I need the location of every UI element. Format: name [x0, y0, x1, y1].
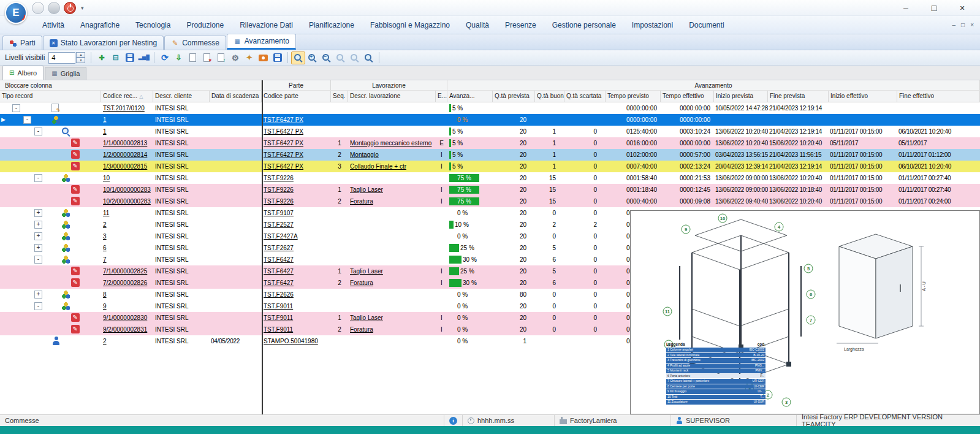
descr-lavorazione-link[interactable]	[348, 207, 436, 219]
codice-record-link[interactable]: 1	[101, 114, 153, 126]
codice-parte-link[interactable]: STAMPO.50041980	[262, 335, 331, 347]
descr-lavorazione-link[interactable]: Taglio Laser	[348, 312, 436, 324]
column-header-descr-lavorazione[interactable]: Descr. lavorazione	[348, 91, 436, 102]
codice-record-link[interactable]: 10/2/0000000283	[101, 196, 153, 207]
table-row[interactable]: 10/1/0000000283INTESI SRLTST.F92261Tagli…	[0, 184, 980, 196]
tree-expander[interactable]: +	[34, 244, 42, 252]
menu-item-anagrafiche[interactable]: Anagrafiche	[72, 21, 127, 29]
export-icon[interactable]: ⇩	[172, 51, 186, 64]
column-header-fine-effettivo[interactable]: Fine effettivo	[897, 91, 980, 102]
tree-expander[interactable]: -	[12, 104, 20, 112]
tree-expander[interactable]: +	[34, 209, 42, 217]
descr-lavorazione-link[interactable]: Taglio Laser	[348, 265, 436, 277]
info-icon[interactable]: i	[449, 417, 457, 425]
codice-parte-link[interactable]: TST.F9226	[262, 172, 331, 184]
descr-lavorazione-link[interactable]	[348, 289, 436, 300]
tree-expander[interactable]: +	[34, 221, 42, 229]
codice-parte-link[interactable]: TST.F2527	[262, 219, 331, 230]
codice-record-link[interactable]: 6	[101, 242, 153, 254]
tools-icon[interactable]: ✦	[242, 51, 256, 64]
menu-item-attivit[interactable]: Attività	[34, 21, 72, 29]
table-row[interactable]: 1/1/0000002813INTESI SRLTST.F6427 PX1Mon…	[0, 137, 980, 149]
codice-record-link[interactable]: 7	[101, 254, 153, 265]
column-header-q-t-scartata[interactable]: Q.tà scartata	[564, 91, 606, 102]
menu-item-gestione-personale[interactable]: Gestione personale	[544, 21, 624, 29]
view-tab-albero[interactable]: ⊞Albero	[2, 66, 44, 80]
descr-lavorazione-link[interactable]: Foratura	[348, 196, 436, 207]
collapse-levels-icon[interactable]: ⊟	[108, 51, 123, 64]
column-header-q-t-prevista[interactable]: Q.tà prevista	[493, 91, 535, 102]
codice-parte-link[interactable]: TST.F9011	[262, 300, 331, 312]
descr-lavorazione-link[interactable]	[348, 300, 436, 312]
tree-expander[interactable]: -	[23, 116, 31, 124]
tree-expander[interactable]: -	[34, 256, 42, 264]
menu-item-impostazioni[interactable]: Impostazioni	[624, 21, 681, 29]
codice-record-link[interactable]: 2	[101, 335, 153, 347]
tab-stato-lavorazioni-per-nesting[interactable]: ✕Stato Lavorazioni per Nesting	[43, 36, 164, 50]
table-row[interactable]: 1/3/0000002815INTESI SRLTST.F6427 PX3Col…	[0, 161, 980, 172]
column-header-fine-prevista[interactable]: Fine prevista	[768, 91, 829, 102]
send-document-icon[interactable]	[214, 51, 228, 64]
descr-lavorazione-link[interactable]	[348, 242, 436, 254]
zoom-previous-icon[interactable]	[333, 51, 348, 64]
tree-expander[interactable]: +	[34, 232, 42, 240]
mdi-close-button[interactable]: ×	[970, 21, 974, 28]
menu-item-presenze[interactable]: Presenze	[497, 21, 544, 29]
column-header-e[interactable]: E...	[436, 91, 447, 102]
mdi-restore-button[interactable]: □	[961, 21, 965, 28]
menu-item-qualit[interactable]: Qualità	[458, 21, 497, 29]
column-header-q-t-buona[interactable]: Q.tà buona	[535, 91, 564, 102]
codice-record-link[interactable]: 10/1/0000000283	[101, 184, 153, 196]
codice-record-link[interactable]: 9/1/0000002830	[101, 312, 153, 324]
tree-expander[interactable]: +	[34, 291, 42, 299]
settings-gear-icon[interactable]: ⚙	[228, 51, 242, 64]
group-header-lavorazione[interactable]: Lavorazione	[331, 80, 447, 90]
zoom-out-icon[interactable]: −	[319, 51, 333, 64]
codice-parte-link[interactable]: TST.F2427A	[262, 230, 331, 242]
menu-item-fabbisogni-e-magazzino[interactable]: Fabbisogni e Magazzino	[362, 21, 458, 29]
tab-avanzamento[interactable]: ▦Avanzamento	[227, 34, 296, 50]
codice-record-link[interactable]: 1/2/0000002814	[101, 149, 153, 161]
column-header-data-di-scadenza[interactable]: Data di scadenza	[210, 91, 262, 102]
mdi-minimize-button[interactable]: –	[952, 21, 956, 28]
tree-expander[interactable]: -	[34, 128, 42, 135]
codice-record-link[interactable]: 9/2/0000002831	[101, 324, 153, 335]
tab-parti[interactable]: Parti	[2, 36, 42, 50]
descr-lavorazione-link[interactable]	[348, 102, 436, 114]
column-header-avanza[interactable]: Avanza...	[447, 91, 493, 102]
codice-parte-link[interactable]	[262, 102, 331, 114]
codice-record-link[interactable]: 7/1/0000002825	[101, 265, 153, 277]
descr-lavorazione-link[interactable]	[348, 126, 436, 137]
column-header-descr-cliente[interactable]: Descr. cliente	[153, 91, 210, 102]
descr-lavorazione-link[interactable]: Montaggio	[348, 149, 436, 161]
levels-up-button[interactable]: ▲	[76, 52, 85, 58]
quick-access-caret-icon[interactable]: ▾	[81, 5, 84, 11]
favorites-document-icon[interactable]	[200, 51, 214, 64]
codice-record-link[interactable]: TST.2017/0120	[101, 102, 153, 114]
codice-parte-link[interactable]: TST.F6427	[262, 265, 331, 277]
zoom-next-icon[interactable]	[348, 51, 362, 64]
column-header-inizio-prevista[interactable]: Inizio prevista	[714, 91, 768, 102]
column-header-tempo-effettivo[interactable]: Tempo effettivo	[661, 91, 714, 102]
menu-item-pianificazione[interactable]: Pianificazione	[301, 21, 362, 29]
column-header-tempo-previsto[interactable]: Tempo previsto	[606, 91, 661, 102]
tree-expander[interactable]: -	[34, 174, 42, 182]
descr-lavorazione-link[interactable]: Montaggio meccanico esterno	[348, 137, 436, 149]
descr-lavorazione-link[interactable]: Collaudo Finale + ctr	[348, 161, 436, 172]
codice-parte-link[interactable]: TST.F6427 PX	[262, 149, 331, 161]
table-row[interactable]: -1INTESI SRLTST.F6427 PX5 %20100125:40:0…	[0, 126, 980, 137]
codice-parte-link[interactable]: TST.F2627	[262, 242, 331, 254]
table-row[interactable]: 10/2/0000000283INTESI SRLTST.F92262Forat…	[0, 196, 980, 207]
group-header-parte[interactable]: Parte	[262, 80, 331, 90]
codice-parte-link[interactable]: TST.F2626	[262, 289, 331, 300]
codice-parte-link[interactable]: TST.F9011	[262, 312, 331, 324]
refresh-icon[interactable]: ⟳	[158, 51, 172, 64]
descr-lavorazione-link[interactable]	[348, 335, 436, 347]
codice-parte-link[interactable]: TST.F6427	[262, 254, 331, 265]
levels-input[interactable]: 4	[48, 52, 75, 64]
column-header-codice-rec[interactable]: Codice rec...△	[101, 91, 153, 102]
codice-parte-link[interactable]: TST.F6427	[262, 277, 331, 289]
descr-lavorazione-link[interactable]	[348, 219, 436, 230]
codice-parte-link[interactable]: TST.F6427 PX	[262, 161, 331, 172]
power-button[interactable]	[64, 2, 76, 14]
